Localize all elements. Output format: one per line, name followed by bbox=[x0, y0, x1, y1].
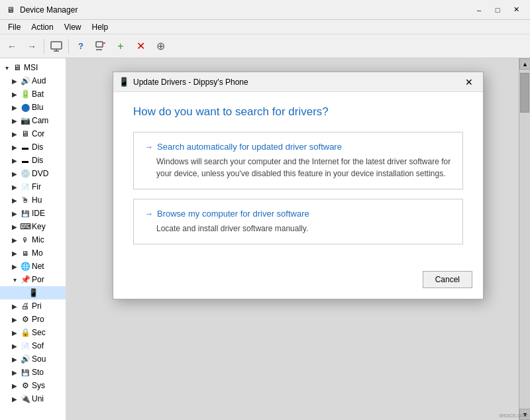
tree-item[interactable]: ▶ 🔋 Bat bbox=[0, 87, 66, 101]
toolbar-back[interactable]: ← bbox=[3, 37, 21, 56]
option-browse-label: Browse my computer for driver software bbox=[157, 209, 309, 219]
tree-item[interactable]: ▶ 🖥 Mo bbox=[0, 246, 66, 260]
option-auto-search[interactable]: → Search automatically for updated drive… bbox=[133, 132, 463, 189]
toolbar: ← → ? + ✕ ⊕ bbox=[0, 34, 530, 58]
device-tree: ▾ 🖥 MSI ▶ 🔊 Aud ▶ 🔋 Bat ▶ ⬤ Blu ▶ 📷 Cam … bbox=[0, 58, 66, 420]
tree-item-phone[interactable]: 📱 bbox=[0, 286, 66, 299]
svg-rect-3 bbox=[96, 42, 103, 47]
tree-item[interactable]: ▶ 🔒 Sec bbox=[0, 326, 66, 339]
toolbar-forward[interactable]: → bbox=[23, 37, 41, 56]
option-browse[interactable]: → Browse my computer for driver software… bbox=[133, 199, 463, 244]
main-area: ▾ 🖥 MSI ▶ 🔊 Aud ▶ 🔋 Bat ▶ ⬤ Blu ▶ 📷 Cam … bbox=[0, 58, 530, 420]
tree-item[interactable]: ▶ 🔊 Aud bbox=[0, 74, 66, 87]
cancel-button[interactable]: Cancel bbox=[423, 271, 472, 288]
toolbar-add-device[interactable]: + bbox=[111, 37, 130, 56]
tree-item[interactable]: ▶ 🖨 Pri bbox=[0, 299, 66, 313]
tree-item[interactable]: ▶ 📄 Sof bbox=[0, 339, 66, 352]
tree-item[interactable]: ▶ ▬ Dis bbox=[0, 140, 66, 154]
update-drivers-dialog: 📱 Update Drivers - Dippsy's Phone ✕ How … bbox=[113, 72, 484, 299]
toolbar-screen[interactable] bbox=[47, 37, 66, 56]
tree-item[interactable]: ▶ 🌐 Net bbox=[0, 260, 66, 273]
menu-help[interactable]: Help bbox=[87, 21, 114, 33]
dialog-close-button[interactable]: ✕ bbox=[460, 76, 478, 89]
menu-action[interactable]: Action bbox=[26, 21, 58, 33]
option-browse-arrow-icon: → bbox=[144, 209, 153, 219]
tree-item[interactable]: ▶ 💾 Sto bbox=[0, 366, 66, 379]
toolbar-separator-1 bbox=[44, 39, 44, 54]
tree-item[interactable]: ▶ 💿 DVD bbox=[0, 167, 66, 180]
option-auto-search-label: Search automatically for updated driver … bbox=[157, 142, 342, 152]
window-controls: – □ ✕ bbox=[470, 3, 525, 17]
tree-item[interactable]: ▶ 📄 Fir bbox=[0, 180, 66, 193]
menu-file[interactable]: File bbox=[3, 21, 26, 33]
app-title: Device Manager bbox=[20, 5, 470, 15]
tree-toggle-root[interactable]: ▾ bbox=[3, 64, 11, 72]
option-auto-search-desc: Windows will search your computer and th… bbox=[144, 156, 452, 180]
close-button[interactable]: ✕ bbox=[507, 3, 525, 17]
menu-view[interactable]: View bbox=[59, 21, 87, 33]
tree-root[interactable]: ▾ 🖥 MSI bbox=[0, 61, 66, 74]
title-bar: 🖥 Device Manager – □ ✕ bbox=[0, 0, 530, 20]
dialog-icon: 📱 bbox=[119, 77, 129, 87]
dialog-heading: How do you want to search for drivers? bbox=[133, 105, 463, 119]
tree-item-ports[interactable]: ▾ 📌 Por bbox=[0, 273, 66, 286]
tree-item[interactable]: ▶ 🔌 Uni bbox=[0, 392, 66, 405]
tree-item[interactable]: ▶ ⚙ Sys bbox=[0, 379, 66, 392]
option-browse-desc: Locate and install driver software manua… bbox=[144, 223, 452, 235]
tree-item[interactable]: ▶ ⌨ Key bbox=[0, 220, 66, 233]
computer-icon: 🖥 bbox=[12, 62, 23, 73]
tree-item[interactable]: ▶ ⚙ Pro bbox=[0, 313, 66, 326]
modal-overlay: 📱 Update Drivers - Dippsy's Phone ✕ How … bbox=[66, 58, 530, 420]
svg-rect-0 bbox=[51, 42, 62, 49]
toolbar-separator-2 bbox=[68, 39, 69, 54]
option-arrow-icon: → bbox=[144, 142, 153, 152]
toolbar-scan[interactable]: ⊕ bbox=[151, 37, 170, 56]
tree-item[interactable]: ▶ 🖱 Hu bbox=[0, 193, 66, 207]
app-icon: 🖥 bbox=[5, 5, 16, 15]
option-auto-search-title: → Search automatically for updated drive… bbox=[144, 142, 452, 152]
maximize-button[interactable]: □ bbox=[489, 3, 506, 17]
toolbar-remove-device[interactable]: ✕ bbox=[131, 37, 150, 56]
minimize-button[interactable]: – bbox=[470, 3, 488, 17]
tree-item[interactable]: ▶ ⬤ Blu bbox=[0, 101, 66, 114]
toolbar-help[interactable]: ? bbox=[72, 37, 90, 56]
tree-item-cameras[interactable]: ▶ 📷 Cam bbox=[0, 114, 66, 127]
dialog-body: How do you want to search for drivers? →… bbox=[113, 92, 483, 264]
dialog-title: Update Drivers - Dippsy's Phone bbox=[133, 78, 460, 87]
toolbar-device-list[interactable] bbox=[91, 37, 110, 56]
dialog-titlebar: 📱 Update Drivers - Dippsy's Phone ✕ bbox=[113, 72, 483, 92]
menu-bar: File Action View Help bbox=[0, 20, 530, 34]
option-browse-title: → Browse my computer for driver software bbox=[144, 209, 452, 219]
dialog-footer: Cancel bbox=[113, 264, 483, 299]
tree-root-label: MSI bbox=[24, 63, 38, 72]
tree-item[interactable]: ▶ 💾 IDE bbox=[0, 207, 66, 220]
tree-item[interactable]: ▶ 🎙 Mic bbox=[0, 233, 66, 246]
tree-item[interactable]: ▶ ▬ Dis bbox=[0, 154, 66, 167]
tree-item[interactable]: ▶ 🔊 Sou bbox=[0, 352, 66, 366]
tree-item-processors[interactable]: ▶ 🖥 Cor bbox=[0, 127, 66, 140]
